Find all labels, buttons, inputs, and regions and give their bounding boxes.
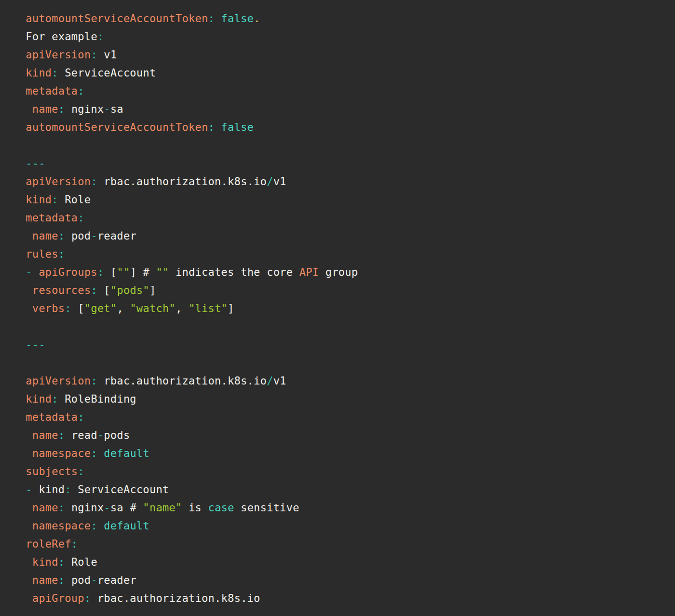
- code-segment: case: [208, 502, 234, 514]
- code-segment: metadata: [26, 212, 78, 224]
- code-segment: "": [117, 266, 130, 278]
- code-segment: :: [58, 574, 65, 586]
- code-segment: [26, 302, 32, 315]
- code-segment: :: [52, 393, 58, 405]
- code-segment: /: [267, 375, 273, 387]
- code-segment: is: [182, 502, 208, 514]
- code-segment: -: [91, 230, 97, 242]
- code-line: namespace: default: [26, 517, 665, 535]
- code-line: - apiGroups: [""] # "" indicates the cor…: [26, 263, 665, 281]
- code-segment: ] #: [130, 266, 156, 278]
- code-segment: :: [58, 502, 65, 514]
- code-segment: [26, 520, 32, 532]
- code-segment: [97, 520, 104, 532]
- code-line: name: nginx-sa: [26, 100, 665, 118]
- code-segment: :: [78, 411, 85, 423]
- code-segment: API: [299, 266, 319, 278]
- code-segment: :: [58, 230, 65, 242]
- code-segment: :: [91, 520, 97, 532]
- code-line: kind: RoleBinding: [26, 390, 665, 408]
- code-segment: default: [104, 447, 149, 459]
- code-segment: :: [78, 212, 85, 224]
- code-segment: -: [91, 574, 97, 586]
- code-segment: For example: [26, 31, 97, 43]
- code-segment: rbac.authorization.k8s.io: [97, 176, 267, 188]
- code-segment: :: [91, 375, 97, 387]
- code-segment: automountServiceAccountToken: [26, 13, 208, 25]
- code-segment: ServiceAccount: [71, 484, 169, 496]
- code-segment: [26, 447, 32, 459]
- code-segment: nginx: [65, 502, 104, 514]
- code-segment: [: [97, 284, 110, 296]
- code-line: name: read-pods: [26, 426, 665, 444]
- code-line: metadata:: [26, 82, 665, 100]
- code-segment: name: [32, 103, 58, 115]
- code-line: name: nginx-sa # "name" is case sensitiv…: [26, 499, 665, 517]
- code-line: automountServiceAccountToken: false: [26, 118, 665, 136]
- code-segment: kind: [32, 556, 58, 568]
- code-line: subjects:: [26, 463, 665, 481]
- code-segment: metadata: [26, 85, 78, 97]
- code-segment: sensitive: [234, 502, 299, 514]
- code-segment: ---: [26, 339, 45, 351]
- code-segment: "": [156, 266, 169, 278]
- code-line: verbs: ["get", "watch", "list"]: [26, 299, 665, 318]
- code-segment: apiVersion: [26, 49, 91, 61]
- code-line: apiVersion: rbac.authorization.k8s.io/v1: [26, 372, 665, 390]
- code-segment: "name": [143, 502, 182, 514]
- code-segment: :: [208, 13, 214, 25]
- code-line: automountServiceAccountToken: false.: [26, 10, 665, 28]
- code-segment: pod: [65, 230, 91, 242]
- code-segment: [214, 121, 221, 133]
- code-segment: name: [32, 230, 58, 242]
- code-segment: ServiceAccount: [58, 67, 156, 79]
- code-segment: -: [26, 484, 32, 496]
- code-line: ---: [26, 336, 665, 354]
- code-line: [26, 354, 665, 372]
- code-segment: rules: [26, 248, 58, 260]
- code-segment: RoleBinding: [58, 393, 136, 405]
- code-segment: group: [319, 266, 358, 278]
- code-segment: :: [208, 121, 214, 133]
- code-segment: rbac.authorization.k8s.io: [97, 375, 267, 387]
- code-segment: apiGroups: [39, 266, 98, 278]
- code-segment: :: [97, 31, 104, 43]
- code-segment: default: [104, 520, 149, 532]
- code-line: [26, 136, 665, 155]
- code-segment: ]: [149, 284, 156, 296]
- code-line: apiGroup: rbac.authorization.k8s.io: [26, 589, 665, 607]
- code-segment: :: [85, 592, 91, 604]
- code-segment: :: [65, 302, 71, 315]
- code-segment: reader: [97, 230, 136, 242]
- code-segment: [26, 592, 32, 604]
- code-segment: false: [221, 121, 254, 133]
- code-line: name: pod-reader: [26, 571, 665, 589]
- code-segment: name: [32, 574, 58, 586]
- code-line: [26, 318, 665, 336]
- code-segment: "get": [85, 302, 117, 315]
- code-segment: roleRef: [26, 538, 71, 550]
- code-segment: [26, 502, 32, 514]
- code-segment: :: [58, 556, 65, 568]
- code-line: apiVersion: v1: [26, 46, 665, 64]
- code-segment: [: [104, 266, 117, 278]
- code-line: roleRef:: [26, 535, 665, 553]
- code-segment: "pods": [110, 284, 149, 296]
- code-segment: :: [52, 194, 58, 206]
- code-line: kind: Role: [26, 553, 665, 571]
- code-line: rules:: [26, 245, 665, 263]
- code-segment: namespace: [32, 520, 91, 532]
- code-segment: "watch": [130, 302, 176, 315]
- code-segment: reader: [97, 574, 136, 586]
- code-segment: v1: [273, 375, 286, 387]
- code-segment: automountServiceAccountToken: [26, 121, 208, 133]
- code-segment: [97, 447, 104, 459]
- code-line: ---: [26, 155, 665, 173]
- code-segment: "list": [189, 302, 228, 315]
- code-segment: sa: [110, 103, 123, 115]
- code-line: resources: ["pods"]: [26, 281, 665, 299]
- code-segment: [26, 574, 32, 586]
- code-segment: [26, 284, 32, 296]
- code-segment: [32, 266, 39, 278]
- code-segment: :: [78, 466, 85, 478]
